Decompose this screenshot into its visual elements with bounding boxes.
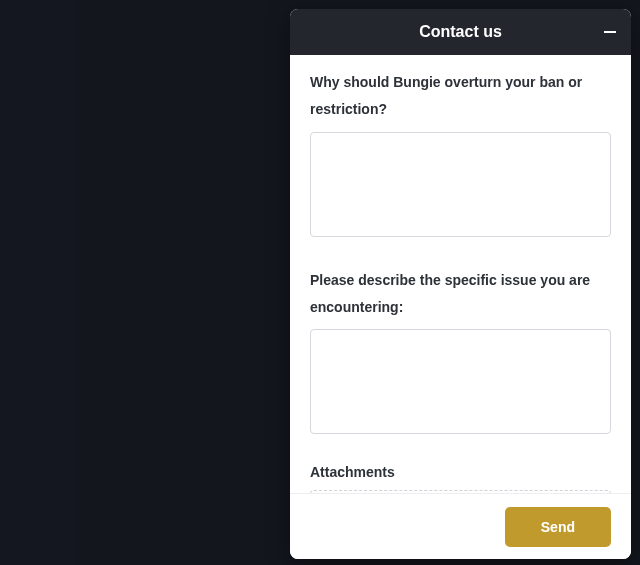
send-button[interactable]: Send bbox=[505, 507, 611, 547]
widget-body: Why should Bungie overturn your ban or r… bbox=[290, 55, 631, 493]
widget-title: Contact us bbox=[419, 23, 502, 41]
question-issue-label: Please describe the specific issue you a… bbox=[310, 267, 611, 322]
minimize-icon bbox=[604, 31, 616, 33]
minimize-button[interactable] bbox=[603, 25, 617, 39]
attachments-label: Attachments bbox=[310, 464, 611, 480]
contact-widget: Contact us Why should Bungie overturn yo… bbox=[290, 9, 631, 559]
widget-header: Contact us bbox=[290, 9, 631, 55]
question-issue-textarea[interactable] bbox=[310, 329, 611, 434]
svg-rect-0 bbox=[604, 31, 616, 33]
question-overturn-textarea[interactable] bbox=[310, 132, 611, 237]
widget-footer: Send bbox=[290, 493, 631, 559]
app-sidebar bbox=[0, 0, 77, 565]
question-overturn-label: Why should Bungie overturn your ban or r… bbox=[310, 69, 611, 124]
